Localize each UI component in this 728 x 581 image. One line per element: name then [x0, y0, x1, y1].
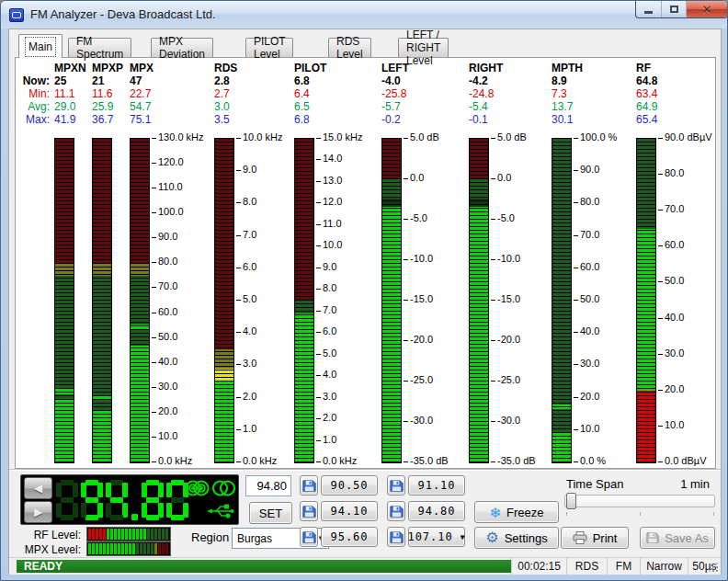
time-span-label: Time Span: [566, 477, 623, 491]
maximize-button[interactable]: [662, 1, 687, 17]
led-segment: [143, 529, 146, 540]
meter-mpth-tick: [574, 397, 578, 398]
preset-save-button-6[interactable]: [387, 527, 405, 547]
time-span-value: 1 min: [653, 477, 710, 491]
stat-min-mpth: 7.3: [552, 87, 567, 100]
set-button[interactable]: SET: [249, 502, 292, 524]
segment: [146, 480, 159, 485]
preset-save-button-5[interactable]: [300, 527, 318, 547]
meter-rds-scale-label: 10.0 kHz: [243, 131, 282, 142]
meter-right-tick: [491, 381, 495, 382]
tab-pilot-level[interactable]: PILOT Level: [245, 38, 293, 57]
meter-left-tick: [404, 381, 408, 382]
meter-pilot-scale-label: 8.0: [323, 282, 336, 293]
segment: [85, 497, 98, 503]
meter-mpth-tick: [574, 202, 578, 203]
stat-min-left: -25.8: [381, 87, 406, 100]
led-segment: [143, 543, 146, 554]
meter-rf-tick: [658, 354, 663, 355]
close-button[interactable]: ✕: [687, 1, 727, 17]
title-bar[interactable]: FM Analyzer - Deva Broadcast Ltd. ✕: [1, 1, 727, 28]
preset-button-91-10[interactable]: 91.10: [408, 475, 465, 496]
preset-button-94-10[interactable]: 94.10: [321, 501, 378, 521]
close-icon: ✕: [702, 3, 712, 17]
meter-right-tick: [491, 340, 495, 341]
stat-column-header: RDS: [214, 62, 237, 74]
preset-button-94-80[interactable]: 94.80: [408, 501, 465, 521]
led-segment: [158, 529, 161, 540]
preset-button-107-10[interactable]: 107.10▼: [408, 527, 465, 547]
tab-label: LEFT / RIGHT Level: [406, 28, 440, 67]
frequency-input[interactable]: [245, 475, 291, 496]
meter-pilot-scale-label: 12.0: [323, 196, 342, 207]
freeze-button[interactable]: ❄ Freeze: [474, 501, 559, 523]
tab-mpx-deviation[interactable]: MPX Deviation: [151, 38, 213, 57]
stat-column-header: RF: [636, 62, 651, 74]
meter-rf-tick: [658, 426, 663, 427]
preset-save-button-4[interactable]: [387, 501, 405, 521]
led-segment: [114, 529, 117, 540]
preset-save-button-1[interactable]: [300, 475, 318, 496]
window-controls: ✕: [635, 1, 728, 18]
client-area: MainFM SpectrumMPX DeviationPILOT LevelR…: [8, 28, 722, 575]
led-segment: [121, 529, 124, 540]
led-segment: [147, 543, 150, 554]
frequency-down-button[interactable]: ◀: [24, 477, 52, 499]
minimize-button[interactable]: [636, 1, 662, 17]
meter-mpth-bar: [552, 138, 572, 463]
meter-pilot-tick: [316, 375, 321, 376]
save-as-button[interactable]: Save As: [640, 527, 715, 549]
meter-mpxn-bar: [54, 138, 74, 463]
meter-rds-tick: [236, 170, 241, 171]
set-button-label: SET: [259, 507, 282, 520]
settings-button[interactable]: ⚙ Settings: [474, 527, 559, 549]
display-indicators: [185, 478, 236, 522]
meter-pilot-scale-label: 2.0: [323, 412, 336, 423]
meter-right-bar: [469, 138, 489, 463]
led-segment: [125, 543, 128, 554]
segment: [171, 497, 184, 503]
print-button[interactable]: Print: [561, 527, 629, 549]
tab-left-right-level[interactable]: LEFT / RIGHT Level: [398, 38, 449, 57]
stat-min-right: -24.8: [469, 87, 494, 100]
meter-mpth-tick: [574, 235, 578, 236]
time-span-slider[interactable]: [564, 495, 715, 507]
preset-save-button-3[interactable]: [300, 501, 318, 521]
meter-rds-scale-label: 8.0: [243, 196, 256, 207]
preset-save-button-2[interactable]: [387, 475, 405, 496]
meter-rds-tick: [236, 300, 241, 301]
status-cell-narrow: Narrow: [640, 558, 688, 575]
stat-avg-pilot: 6.5: [294, 100, 310, 113]
preset-button-90-50[interactable]: 90.50: [321, 475, 378, 496]
meter-mpth-tick: [574, 138, 578, 139]
led-segment: [88, 543, 91, 554]
meter-rf-scale-label: 20.0: [665, 383, 684, 394]
resize-grip[interactable]: [708, 562, 719, 573]
meter-mpx-scale-label: 0.0 kHz: [158, 455, 192, 466]
meter-right-scale-label: 5.0 dB: [497, 131, 527, 142]
slider-thumb[interactable]: [566, 493, 576, 509]
meter-pilot-scale-label: 7.0: [323, 304, 336, 315]
meter-rds-tick: [236, 397, 241, 398]
tab-main[interactable]: Main: [18, 34, 63, 58]
preset-frequency: 94.10: [330, 505, 368, 518]
meter-mpth-scale-label: 90.0: [580, 164, 599, 175]
meter-mpx-tick: [152, 337, 156, 338]
led-segment: [110, 543, 113, 554]
meter-mpth-scale-label: 50.0: [580, 293, 599, 304]
segment: [61, 480, 74, 485]
segment: [142, 483, 147, 497]
meter-rds-scale-label: 9.0: [243, 164, 256, 175]
printer-icon: [573, 531, 587, 544]
preset-button-95-60[interactable]: 95.60: [321, 527, 378, 547]
meter-rds-tick: [236, 429, 241, 430]
tab-rds-level[interactable]: RDS Level: [328, 38, 371, 57]
meter-left-tick: [404, 421, 408, 422]
save-preset-icon: [390, 505, 404, 518]
meter-pilot-tick: [316, 289, 321, 290]
tab-fm-spectrum[interactable]: FM Spectrum: [68, 38, 131, 57]
led-segment: [96, 543, 98, 554]
stat-max-rds: 3.5: [214, 113, 230, 126]
stat-row-label-min: Min:: [9, 87, 50, 100]
frequency-up-button[interactable]: ▶: [24, 501, 52, 523]
